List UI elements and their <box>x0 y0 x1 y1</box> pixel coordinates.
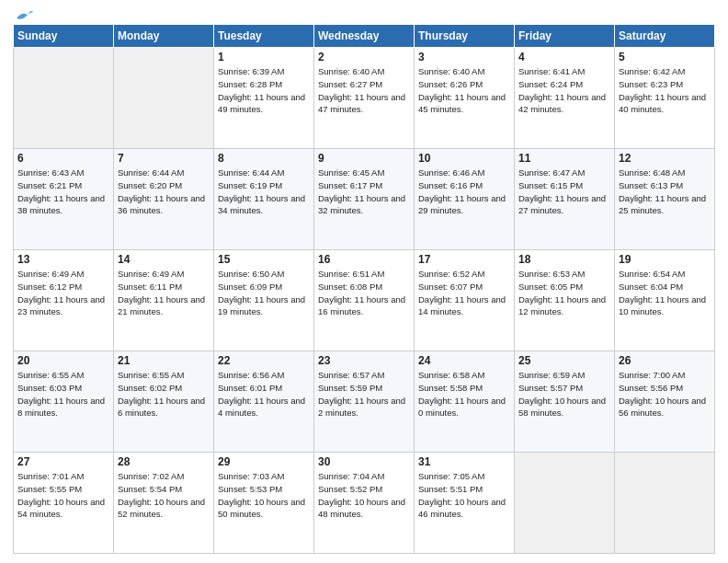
day-number: 31 <box>418 455 510 468</box>
sunrise-text: Sunrise: 7:05 AM <box>418 471 484 481</box>
day-number: 4 <box>518 51 610 63</box>
day-info: Sunrise: 7:03 AM Sunset: 5:53 PM Dayligh… <box>218 470 310 521</box>
daylight-text: Daylight: 11 hours and 42 minutes. <box>518 92 606 115</box>
day-info: Sunrise: 6:47 AM Sunset: 6:15 PM Dayligh… <box>518 167 610 217</box>
sunset-text: Sunset: 6:17 PM <box>318 180 382 190</box>
day-info: Sunrise: 6:45 AM Sunset: 6:17 PM Dayligh… <box>318 167 410 217</box>
day-info: Sunrise: 6:43 AM Sunset: 6:21 PM Dayligh… <box>17 167 109 217</box>
day-number: 5 <box>619 51 711 63</box>
day-number: 10 <box>418 152 510 165</box>
sunrise-text: Sunrise: 6:49 AM <box>118 269 184 279</box>
calendar-week-row: 27 Sunrise: 7:01 AM Sunset: 5:55 PM Dayl… <box>14 453 715 554</box>
calendar-day-cell: 16 Sunrise: 6:51 AM Sunset: 6:08 PM Dayl… <box>314 250 415 351</box>
day-number: 20 <box>17 354 109 367</box>
calendar-week-row: 1 Sunrise: 6:39 AM Sunset: 6:28 PM Dayli… <box>14 48 715 149</box>
day-info: Sunrise: 6:55 AM Sunset: 6:02 PM Dayligh… <box>118 369 210 419</box>
day-number: 23 <box>318 354 410 367</box>
calendar-week-row: 6 Sunrise: 6:43 AM Sunset: 6:21 PM Dayli… <box>14 149 715 250</box>
day-number: 25 <box>518 354 610 367</box>
sunset-text: Sunset: 5:54 PM <box>118 484 182 494</box>
sunrise-text: Sunrise: 6:56 AM <box>218 370 284 380</box>
sunset-text: Sunset: 5:59 PM <box>318 383 382 393</box>
day-of-week-header: Tuesday <box>214 25 314 48</box>
sunset-text: Sunset: 6:26 PM <box>418 79 483 89</box>
calendar-day-cell: 8 Sunrise: 6:44 AM Sunset: 6:19 PM Dayli… <box>214 149 314 250</box>
daylight-text: Daylight: 10 hours and 48 minutes. <box>318 497 405 520</box>
calendar-day-cell: 22 Sunrise: 6:56 AM Sunset: 6:01 PM Dayl… <box>214 351 314 453</box>
sunset-text: Sunset: 5:53 PM <box>218 484 282 494</box>
day-number: 8 <box>218 152 310 165</box>
header <box>13 9 715 18</box>
calendar-day-cell: 17 Sunrise: 6:52 AM Sunset: 6:07 PM Dayl… <box>415 250 515 351</box>
daylight-text: Daylight: 10 hours and 58 minutes. <box>518 396 606 419</box>
sunset-text: Sunset: 6:04 PM <box>619 282 683 292</box>
sunset-text: Sunset: 6:27 PM <box>318 79 382 89</box>
calendar-day-cell: 5 Sunrise: 6:42 AM Sunset: 6:23 PM Dayli… <box>615 48 715 149</box>
day-number: 11 <box>518 152 610 165</box>
calendar-day-cell: 3 Sunrise: 6:40 AM Sunset: 6:26 PM Dayli… <box>415 48 515 149</box>
sunset-text: Sunset: 6:13 PM <box>619 180 683 190</box>
sunrise-text: Sunrise: 7:04 AM <box>318 471 384 481</box>
calendar-day-cell: 29 Sunrise: 7:03 AM Sunset: 5:53 PM Dayl… <box>214 453 314 554</box>
sunrise-text: Sunrise: 6:57 AM <box>318 370 384 380</box>
sunrise-text: Sunrise: 6:52 AM <box>418 269 484 279</box>
sunset-text: Sunset: 6:19 PM <box>218 180 282 190</box>
day-info: Sunrise: 6:46 AM Sunset: 6:16 PM Dayligh… <box>418 167 510 217</box>
day-info: Sunrise: 6:44 AM Sunset: 6:20 PM Dayligh… <box>118 167 210 217</box>
sunset-text: Sunset: 6:02 PM <box>118 383 182 393</box>
day-number: 26 <box>619 354 711 367</box>
calendar: SundayMondayTuesdayWednesdayThursdayFrid… <box>13 24 715 554</box>
sunrise-text: Sunrise: 6:48 AM <box>619 167 685 178</box>
day-info: Sunrise: 6:59 AM Sunset: 5:57 PM Dayligh… <box>518 369 610 419</box>
calendar-day-cell <box>114 48 214 149</box>
sunrise-text: Sunrise: 6:58 AM <box>418 370 484 380</box>
sunrise-text: Sunrise: 6:46 AM <box>418 167 484 178</box>
sunset-text: Sunset: 6:12 PM <box>17 282 82 292</box>
calendar-day-cell: 6 Sunrise: 6:43 AM Sunset: 6:21 PM Dayli… <box>14 149 114 250</box>
calendar-week-row: 13 Sunrise: 6:49 AM Sunset: 6:12 PM Dayl… <box>14 250 715 351</box>
day-info: Sunrise: 6:54 AM Sunset: 6:04 PM Dayligh… <box>619 268 711 318</box>
day-of-week-header: Sunday <box>14 25 114 48</box>
daylight-text: Daylight: 11 hours and 47 minutes. <box>318 92 405 115</box>
day-info: Sunrise: 6:50 AM Sunset: 6:09 PM Dayligh… <box>218 268 310 318</box>
sunset-text: Sunset: 6:16 PM <box>418 180 483 190</box>
calendar-day-cell: 19 Sunrise: 6:54 AM Sunset: 6:04 PM Dayl… <box>615 250 715 351</box>
sunrise-text: Sunrise: 6:44 AM <box>218 167 284 178</box>
sunset-text: Sunset: 6:11 PM <box>118 282 182 292</box>
sunset-text: Sunset: 6:21 PM <box>17 180 82 190</box>
sunrise-text: Sunrise: 6:41 AM <box>518 66 585 76</box>
day-info: Sunrise: 6:58 AM Sunset: 5:58 PM Dayligh… <box>418 369 510 419</box>
sunrise-text: Sunrise: 6:53 AM <box>518 269 585 279</box>
day-number: 1 <box>218 51 310 63</box>
day-number: 17 <box>418 253 510 266</box>
day-number: 12 <box>619 152 711 165</box>
calendar-day-cell <box>14 48 114 149</box>
sunrise-text: Sunrise: 6:44 AM <box>118 167 184 178</box>
sunrise-text: Sunrise: 6:45 AM <box>318 167 384 178</box>
day-info: Sunrise: 6:40 AM Sunset: 6:26 PM Dayligh… <box>418 65 510 116</box>
calendar-day-cell: 12 Sunrise: 6:48 AM Sunset: 6:13 PM Dayl… <box>615 149 715 250</box>
sunset-text: Sunset: 6:07 PM <box>418 282 483 292</box>
daylight-text: Daylight: 11 hours and 27 minutes. <box>518 193 606 216</box>
day-info: Sunrise: 6:52 AM Sunset: 6:07 PM Dayligh… <box>418 268 510 318</box>
day-number: 21 <box>118 354 210 367</box>
sunset-text: Sunset: 5:52 PM <box>318 484 382 494</box>
calendar-week-row: 20 Sunrise: 6:55 AM Sunset: 6:03 PM Dayl… <box>14 351 715 453</box>
daylight-text: Daylight: 11 hours and 6 minutes. <box>118 396 205 419</box>
sunset-text: Sunset: 5:55 PM <box>17 484 82 494</box>
daylight-text: Daylight: 11 hours and 16 minutes. <box>318 294 405 317</box>
daylight-text: Daylight: 11 hours and 12 minutes. <box>518 294 606 317</box>
sunset-text: Sunset: 6:24 PM <box>518 79 583 89</box>
calendar-day-cell: 14 Sunrise: 6:49 AM Sunset: 6:11 PM Dayl… <box>114 250 214 351</box>
daylight-text: Daylight: 11 hours and 45 minutes. <box>418 92 506 115</box>
day-number: 2 <box>318 51 410 63</box>
sunset-text: Sunset: 6:28 PM <box>218 79 282 89</box>
day-number: 14 <box>118 253 210 266</box>
day-of-week-header: Wednesday <box>314 25 415 48</box>
page: SundayMondayTuesdayWednesdayThursdayFrid… <box>0 0 728 563</box>
sunrise-text: Sunrise: 6:49 AM <box>17 269 84 279</box>
calendar-day-cell: 7 Sunrise: 6:44 AM Sunset: 6:20 PM Dayli… <box>114 149 214 250</box>
daylight-text: Daylight: 10 hours and 56 minutes. <box>619 396 706 419</box>
daylight-text: Daylight: 10 hours and 46 minutes. <box>418 497 506 520</box>
calendar-day-cell: 15 Sunrise: 6:50 AM Sunset: 6:09 PM Dayl… <box>214 250 314 351</box>
